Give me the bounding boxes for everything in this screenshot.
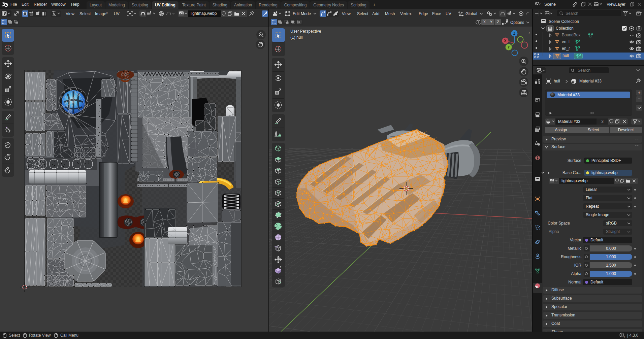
svg-text:1: 1 <box>624 336 625 338</box>
svg-text:Y: Y <box>508 45 510 49</box>
svg-text:Z: Z <box>513 32 515 35</box>
svg-text:X: X <box>504 39 507 43</box>
